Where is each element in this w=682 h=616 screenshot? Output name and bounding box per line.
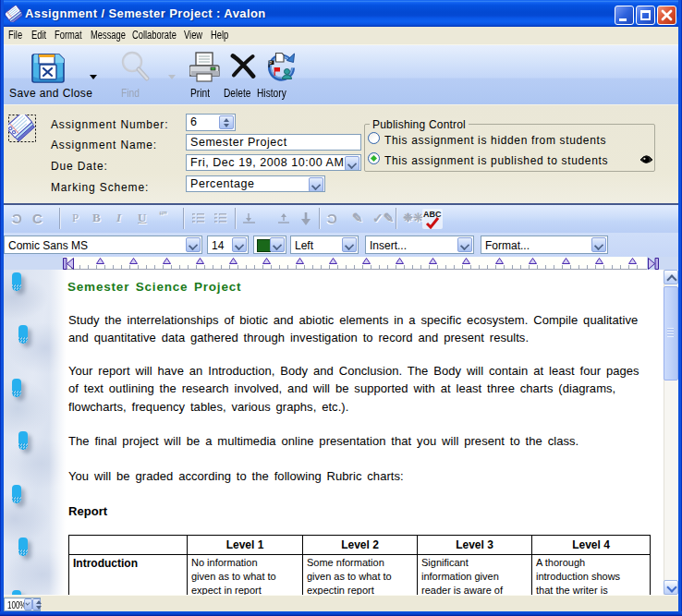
svg-text:P: P xyxy=(269,61,272,66)
